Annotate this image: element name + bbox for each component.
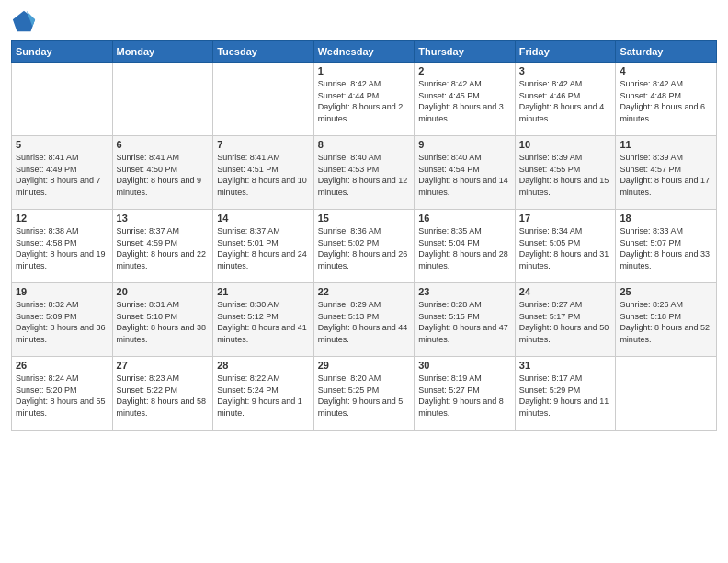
- day-info: Sunrise: 8:20 AM Sunset: 5:25 PM Dayligh…: [318, 373, 411, 419]
- day-info: Sunrise: 8:29 AM Sunset: 5:13 PM Dayligh…: [318, 299, 411, 345]
- day-number: 7: [217, 139, 310, 150]
- calendar-cell: 16Sunrise: 8:35 AM Sunset: 5:04 PM Dayli…: [415, 210, 516, 283]
- day-number: 21: [217, 286, 310, 297]
- calendar-cell: [616, 357, 717, 431]
- logo-icon: [11, 9, 37, 35]
- calendar-cell: 9Sunrise: 8:40 AM Sunset: 4:54 PM Daylig…: [415, 136, 516, 210]
- day-info: Sunrise: 8:30 AM Sunset: 5:12 PM Dayligh…: [217, 299, 310, 345]
- day-number: 18: [620, 213, 712, 224]
- day-number: 24: [519, 286, 612, 297]
- day-info: Sunrise: 8:42 AM Sunset: 4:46 PM Dayligh…: [519, 78, 612, 124]
- calendar-week-5: 26Sunrise: 8:24 AM Sunset: 5:20 PM Dayli…: [12, 357, 717, 431]
- day-number: 13: [117, 213, 210, 224]
- day-info: Sunrise: 8:24 AM Sunset: 5:20 PM Dayligh…: [16, 373, 108, 419]
- calendar-cell: 19Sunrise: 8:32 AM Sunset: 5:09 PM Dayli…: [12, 283, 113, 357]
- calendar-cell: 30Sunrise: 8:19 AM Sunset: 5:27 PM Dayli…: [415, 357, 516, 431]
- day-info: Sunrise: 8:33 AM Sunset: 5:07 PM Dayligh…: [620, 225, 712, 271]
- calendar-cell: 11Sunrise: 8:39 AM Sunset: 4:57 PM Dayli…: [616, 136, 717, 210]
- day-info: Sunrise: 8:41 AM Sunset: 4:51 PM Dayligh…: [217, 152, 310, 198]
- calendar-cell: 17Sunrise: 8:34 AM Sunset: 5:05 PM Dayli…: [515, 210, 616, 283]
- day-number: 29: [318, 360, 411, 371]
- day-number: 8: [318, 139, 411, 150]
- calendar-cell: 6Sunrise: 8:41 AM Sunset: 4:50 PM Daylig…: [112, 136, 213, 210]
- day-number: 20: [117, 286, 210, 297]
- calendar-cell: 20Sunrise: 8:31 AM Sunset: 5:10 PM Dayli…: [112, 283, 213, 357]
- day-info: Sunrise: 8:37 AM Sunset: 4:59 PM Dayligh…: [117, 225, 210, 271]
- col-header-tuesday: Tuesday: [213, 41, 314, 63]
- calendar-cell: [213, 63, 314, 136]
- day-number: 17: [519, 213, 612, 224]
- calendar-cell: 8Sunrise: 8:40 AM Sunset: 4:53 PM Daylig…: [313, 136, 415, 210]
- logo: [11, 9, 40, 35]
- calendar-week-3: 12Sunrise: 8:38 AM Sunset: 4:58 PM Dayli…: [12, 210, 717, 283]
- calendar-cell: 15Sunrise: 8:36 AM Sunset: 5:02 PM Dayli…: [313, 210, 415, 283]
- day-info: Sunrise: 8:23 AM Sunset: 5:22 PM Dayligh…: [117, 373, 210, 419]
- day-number: 10: [519, 139, 612, 150]
- main-container: SundayMondayTuesdayWednesdayThursdayFrid…: [0, 0, 728, 563]
- day-number: 26: [16, 360, 108, 371]
- day-number: 14: [217, 213, 310, 224]
- header: [11, 9, 717, 35]
- calendar-week-4: 19Sunrise: 8:32 AM Sunset: 5:09 PM Dayli…: [12, 283, 717, 357]
- calendar-cell: 13Sunrise: 8:37 AM Sunset: 4:59 PM Dayli…: [112, 210, 213, 283]
- day-info: Sunrise: 8:36 AM Sunset: 5:02 PM Dayligh…: [318, 225, 411, 271]
- col-header-wednesday: Wednesday: [313, 41, 415, 63]
- day-info: Sunrise: 8:35 AM Sunset: 5:04 PM Dayligh…: [418, 225, 511, 271]
- calendar-cell: 27Sunrise: 8:23 AM Sunset: 5:22 PM Dayli…: [112, 357, 213, 431]
- day-number: 11: [620, 139, 712, 150]
- calendar-cell: 31Sunrise: 8:17 AM Sunset: 5:29 PM Dayli…: [515, 357, 616, 431]
- day-info: Sunrise: 8:22 AM Sunset: 5:24 PM Dayligh…: [217, 373, 310, 419]
- day-info: Sunrise: 8:37 AM Sunset: 5:01 PM Dayligh…: [217, 225, 310, 271]
- calendar-cell: 14Sunrise: 8:37 AM Sunset: 5:01 PM Dayli…: [213, 210, 314, 283]
- day-number: 9: [418, 139, 511, 150]
- day-number: 2: [418, 65, 511, 76]
- calendar-cell: 2Sunrise: 8:42 AM Sunset: 4:45 PM Daylig…: [415, 63, 516, 136]
- day-number: 1: [318, 65, 411, 76]
- day-info: Sunrise: 8:34 AM Sunset: 5:05 PM Dayligh…: [519, 225, 612, 271]
- calendar-cell: [12, 63, 113, 136]
- calendar-cell: 25Sunrise: 8:26 AM Sunset: 5:18 PM Dayli…: [616, 283, 717, 357]
- day-number: 25: [620, 286, 712, 297]
- calendar-cell: 26Sunrise: 8:24 AM Sunset: 5:20 PM Dayli…: [12, 357, 113, 431]
- day-info: Sunrise: 8:19 AM Sunset: 5:27 PM Dayligh…: [418, 373, 511, 419]
- day-info: Sunrise: 8:40 AM Sunset: 4:53 PM Dayligh…: [318, 152, 411, 198]
- calendar-table: SundayMondayTuesdayWednesdayThursdayFrid…: [11, 40, 717, 431]
- day-number: 23: [418, 286, 511, 297]
- day-number: 5: [16, 139, 108, 150]
- calendar-cell: 29Sunrise: 8:20 AM Sunset: 5:25 PM Dayli…: [313, 357, 415, 431]
- calendar-cell: 10Sunrise: 8:39 AM Sunset: 4:55 PM Dayli…: [515, 136, 616, 210]
- col-header-saturday: Saturday: [616, 41, 717, 63]
- day-number: 4: [620, 65, 712, 76]
- calendar-cell: 3Sunrise: 8:42 AM Sunset: 4:46 PM Daylig…: [515, 63, 616, 136]
- day-info: Sunrise: 8:32 AM Sunset: 5:09 PM Dayligh…: [16, 299, 108, 345]
- calendar-cell: 22Sunrise: 8:29 AM Sunset: 5:13 PM Dayli…: [313, 283, 415, 357]
- day-info: Sunrise: 8:28 AM Sunset: 5:15 PM Dayligh…: [418, 299, 511, 345]
- day-number: 22: [318, 286, 411, 297]
- col-header-friday: Friday: [515, 41, 616, 63]
- col-header-thursday: Thursday: [415, 41, 516, 63]
- calendar-cell: 28Sunrise: 8:22 AM Sunset: 5:24 PM Dayli…: [213, 357, 314, 431]
- day-info: Sunrise: 8:42 AM Sunset: 4:44 PM Dayligh…: [318, 78, 411, 124]
- col-header-monday: Monday: [112, 41, 213, 63]
- calendar-cell: 18Sunrise: 8:33 AM Sunset: 5:07 PM Dayli…: [616, 210, 717, 283]
- day-info: Sunrise: 8:39 AM Sunset: 4:57 PM Dayligh…: [620, 152, 712, 198]
- day-info: Sunrise: 8:31 AM Sunset: 5:10 PM Dayligh…: [117, 299, 210, 345]
- calendar-cell: 21Sunrise: 8:30 AM Sunset: 5:12 PM Dayli…: [213, 283, 314, 357]
- calendar-cell: 4Sunrise: 8:42 AM Sunset: 4:48 PM Daylig…: [616, 63, 717, 136]
- day-info: Sunrise: 8:42 AM Sunset: 4:45 PM Dayligh…: [418, 78, 511, 124]
- day-number: 19: [16, 286, 108, 297]
- day-number: 6: [117, 139, 210, 150]
- day-number: 27: [117, 360, 210, 371]
- day-info: Sunrise: 8:41 AM Sunset: 4:49 PM Dayligh…: [16, 152, 108, 198]
- day-number: 28: [217, 360, 310, 371]
- day-info: Sunrise: 8:42 AM Sunset: 4:48 PM Dayligh…: [620, 78, 712, 124]
- day-info: Sunrise: 8:27 AM Sunset: 5:17 PM Dayligh…: [519, 299, 612, 345]
- day-number: 3: [519, 65, 612, 76]
- day-number: 12: [16, 213, 108, 224]
- calendar-week-2: 5Sunrise: 8:41 AM Sunset: 4:49 PM Daylig…: [12, 136, 717, 210]
- day-info: Sunrise: 8:26 AM Sunset: 5:18 PM Dayligh…: [620, 299, 712, 345]
- day-number: 16: [418, 213, 511, 224]
- calendar-header-row: SundayMondayTuesdayWednesdayThursdayFrid…: [12, 41, 717, 63]
- day-info: Sunrise: 8:41 AM Sunset: 4:50 PM Dayligh…: [117, 152, 210, 198]
- day-info: Sunrise: 8:38 AM Sunset: 4:58 PM Dayligh…: [16, 225, 108, 271]
